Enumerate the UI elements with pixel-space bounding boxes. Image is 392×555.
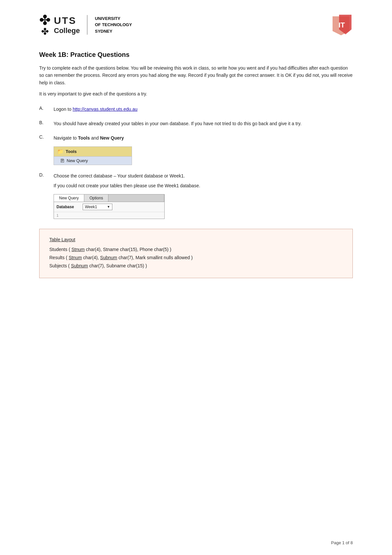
section-c-label: C. [39,134,47,142]
section-c: C. Navigate to Tools and New Query 📁 Too… [39,134,353,165]
db-label: Database [57,205,79,209]
tools-bold: Tools [78,135,90,141]
db-tabs: New Query Options [54,194,164,202]
subnum-link-1: Subnum [100,255,117,260]
folder-icon: 📁 [57,148,64,155]
db-select[interactable]: Week1 ▼ [83,204,112,210]
section-d-content: Choose the correct database – Your stude… [54,172,185,179]
intro-para2: It is very important to give each of the… [39,90,353,97]
section-list: A. Logon to http://canvas.student.uts.ed… [39,106,353,219]
tools-label: Tools [66,149,77,154]
db-value: Week1 [85,205,97,209]
section-c-content: Navigate to Tools and New Query [54,134,124,142]
stnum-link-2: Stnum [69,255,82,260]
tools-menu-row: 📁 Tools [54,147,132,157]
db-row-number: 1 [54,212,164,219]
section-d-label: D. [39,172,47,179]
newquery-menu-row: 🖹 New Query [54,157,132,165]
section-a-content: Logon to http://canvas.student.uts.edu.a… [54,106,138,113]
db-database-row: Database Week1 ▼ [54,202,164,212]
section-d-sub: If you could not create your tables then… [54,182,200,189]
svg-text:IT: IT [338,21,345,29]
section-b-label: B. [39,120,47,125]
tools-screenshot: 📁 Tools 🖹 New Query [54,146,132,165]
table-layout-box: Table Layout Students ( Stnum char(4), S… [39,229,353,278]
newquery-icon: 🖹 [60,158,65,163]
logo-divider [87,15,88,35]
it-badge: IT [329,13,353,37]
table-layout-line1: Students ( Stnum char(4), Stname char(15… [49,245,343,254]
university-name: UNIVERSITY OF TECHNOLOGY SYDNEY [95,15,132,35]
intro-para1: Try to complete each of the questions be… [39,64,353,86]
db-screenshot: New Query Options Database Week1 ▼ 1 [54,194,165,219]
section-c-row: C. Navigate to Tools and New Query [39,134,124,142]
dropdown-arrow-icon: ▼ [107,205,110,209]
db-tab-options: Options [84,194,108,202]
subnum-link-2: Subnum [71,263,88,268]
stnum-link-1: Stnum [72,247,85,252]
section-b-content: You should have already created your tab… [54,120,302,127]
table-layout-line2: Results ( Stnum char(4), Subnum char(7),… [49,254,343,262]
section-d-row: D. Choose the correct database – Your st… [39,172,185,179]
section-a-label: A. [39,106,47,111]
table-layout-line3: Subjects ( Subnum char(7), Subname char(… [49,262,343,270]
db-tab-newquery: New Query [54,194,84,202]
canvas-link[interactable]: http://canvas.student.uts.edu.au [73,107,137,112]
table-layout-title: Table Layout [49,237,343,242]
logo-area: ✤ ✤ UTS College UNIVERSITY OF TECHNOLOGY… [39,13,132,36]
db-tab-empty [108,194,164,202]
page-header: ✤ ✤ UTS College UNIVERSITY OF TECHNOLOGY… [39,13,353,42]
page-footer: Page 1 of 8 [331,540,353,545]
section-a: A. Logon to http://canvas.student.uts.ed… [39,106,353,113]
section-d: D. Choose the correct database – Your st… [39,172,353,219]
uts-logo-text: UTS College [54,15,80,35]
newquery-label: New Query [67,158,88,163]
newquery-bold: New Query [100,135,124,141]
page-title: Week 1B: Practice Questions [39,51,353,59]
section-b: B. You should have already created your … [39,120,353,127]
uts-logo-symbol: ✤ ✤ [39,13,51,36]
